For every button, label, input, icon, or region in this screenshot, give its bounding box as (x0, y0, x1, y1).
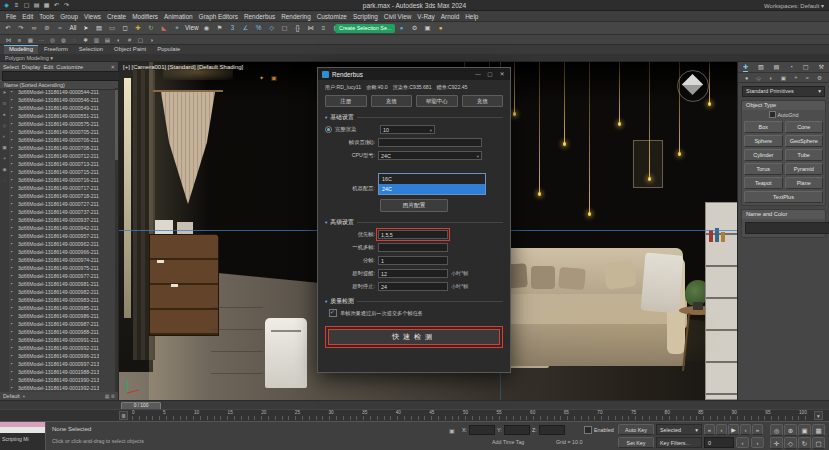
previous-key-button[interactable]: ‹ (736, 437, 749, 448)
explorer-scrollbar-thumb[interactable] (115, 90, 118, 160)
material-editor-icon[interactable]: ● (396, 23, 408, 33)
next-frame-button[interactable]: › (740, 424, 751, 435)
array-tool-icon[interactable]: ▦ (26, 36, 35, 44)
menu-item[interactable]: Animation (161, 11, 195, 22)
menu-item[interactable]: V-Ray (414, 11, 437, 22)
environment-icon[interactable]: ◑ (147, 36, 156, 44)
menu-item[interactable]: File (3, 11, 19, 22)
scene-object-row[interactable]: ▪ 3d66Model-13186149-0000996-213 (9, 352, 118, 360)
ribbon-tab[interactable]: Modeling (4, 45, 38, 54)
scene-object-row[interactable]: ▪ 3d66Model-13186149-0000966-211 (9, 248, 118, 256)
cameras-category-icon[interactable]: ▣ (781, 75, 786, 81)
menu-item[interactable]: Graph Editors (196, 11, 241, 22)
scene-object-row[interactable]: ▪ 3d66Model-13186149-0000727-211 (9, 200, 118, 208)
undo-quick-icon[interactable]: ↶ (52, 1, 61, 10)
save-file-icon[interactable]: ▦ (42, 1, 51, 10)
render-mode-radio[interactable] (325, 126, 332, 133)
scene-object-row[interactable]: ▪ 3d66Model-13186149-0000712-211 (9, 152, 118, 160)
align-icon[interactable]: ≡ (318, 23, 330, 33)
scene-object-row[interactable]: ▪ 3d66Model-13186149-0000708-211 (9, 144, 118, 152)
primitive-button[interactable]: Sphere (744, 135, 783, 147)
zoom-all-icon[interactable]: ⊕ (784, 424, 797, 436)
scene-object-row[interactable]: ▪ 3d66Model-13186149-0000962-211 (9, 240, 118, 248)
autogrid-checkbox[interactable] (769, 111, 776, 118)
scene-object-row[interactable]: ▪ 3d66Model-13186149-0000737-211 (9, 208, 118, 216)
explorer-cameras-filter-icon[interactable]: ▣ (2, 145, 7, 151)
previous-frame-button[interactable]: ‹ (716, 424, 727, 435)
primitive-category-dropdown[interactable]: Standard Primitives ▾ (742, 86, 825, 97)
lights-category-icon[interactable]: ◐ (769, 75, 772, 81)
explorer-menu-item[interactable]: Customize (56, 64, 83, 70)
dialog-maximize-button[interactable]: ▢ (486, 68, 494, 80)
select-and-move-icon[interactable]: ✚ (132, 23, 144, 33)
select-and-link-icon[interactable]: ∞ (28, 23, 40, 33)
render-production-icon[interactable]: ● (435, 23, 447, 33)
time-slider[interactable]: 0 / 100 (0, 400, 829, 409)
scene-object-row[interactable]: ▪ 3d66Model-13186149-0000551-211 (9, 112, 118, 120)
spacing-tool-icon[interactable]: ⋯ (37, 36, 46, 44)
new-scene-icon[interactable]: ▢ (22, 1, 31, 10)
ribbon-tab[interactable]: Freeform (39, 45, 73, 54)
named-selection-sets-dropdown[interactable]: {} (292, 23, 304, 33)
frame-settings-input[interactable] (378, 138, 482, 147)
create-tab-icon[interactable]: ✚ (743, 62, 748, 72)
workspaces-selector[interactable]: Workspaces: Default ▾ (764, 2, 829, 9)
scene-object-row[interactable]: ▪ 3d66Model-13186149-0001990-213 (9, 376, 118, 384)
track-bar[interactable]: ≣ 05101520253035404550556065707580859095… (0, 409, 829, 421)
image-config-button[interactable]: 图片配置 (380, 199, 448, 212)
selection-filter-dropdown[interactable]: All (67, 23, 79, 33)
z-coordinate-field[interactable] (539, 425, 565, 435)
object-name-input[interactable] (745, 222, 829, 234)
bind-to-space-warp-icon[interactable]: ≈ (54, 23, 66, 33)
zoom-extents-icon[interactable]: ▣ (798, 424, 811, 436)
utilities-tab-icon[interactable]: ⚒ (818, 62, 824, 72)
scene-object-row[interactable]: ▪ 3d66Model-13186149-0000705-211 (9, 128, 118, 136)
scene-object-row[interactable]: ▪ 3d66Model-13186149-0001992-213 (9, 384, 118, 392)
viewport-tool-icon-1[interactable]: ✦ (259, 74, 264, 81)
maximize-viewport-icon[interactable]: ▢ (812, 437, 825, 449)
mirror-icon[interactable]: ⋈ (305, 23, 317, 33)
primitive-button[interactable]: Teapot (744, 177, 783, 189)
scene-object-row[interactable]: ▪ 3d66Model-13186149-0000974-211 (9, 256, 118, 264)
render-setup-icon[interactable]: ⚙ (409, 23, 421, 33)
cpu-option[interactable]: 16C (379, 174, 485, 184)
shapes-category-icon[interactable]: ◇ (757, 75, 761, 81)
light-lister-icon[interactable]: ◐ (114, 36, 123, 44)
explorer-close-icon[interactable]: ✕ (110, 64, 118, 70)
account-button[interactable]: 充值 (462, 95, 504, 107)
explorer-show-all-icon[interactable]: ⊙ (2, 101, 6, 107)
primitive-button[interactable]: Box (744, 121, 783, 133)
mini-curve-editor-button[interactable]: ≣ (119, 411, 128, 420)
scene-object-row[interactable]: ▪ 3d66Model-13186149-0000987-211 (9, 320, 118, 328)
edit-named-selection-sets-icon[interactable]: ▢ (279, 23, 291, 33)
quality-checkbox[interactable] (329, 309, 337, 317)
renderbus-dialog-titlebar[interactable]: Renderbus —▢✕ (318, 68, 510, 80)
scene-object-row[interactable]: ▪ 3d66Model-13186149-0000991-211 (9, 336, 118, 344)
quality-check-header[interactable]: ▾ 质量检测 (325, 298, 503, 305)
x-coordinate-field[interactable] (469, 425, 495, 435)
undo-icon[interactable]: ↶ (2, 23, 14, 33)
quick-test-button[interactable]: 快速检测 (328, 329, 500, 345)
explorer-pick-icon[interactable]: ➤ (2, 90, 6, 96)
menu-item[interactable]: Views (81, 11, 104, 22)
scripting-pane[interactable] (0, 427, 45, 433)
select-by-name-icon[interactable]: ▤ (93, 23, 105, 33)
scene-object-row[interactable]: ▪ 3d66Model-13186149-0000546-211 (9, 96, 118, 104)
field-input[interactable]: 1,5,5 (378, 230, 448, 239)
primitive-button[interactable]: Plane (785, 177, 824, 189)
menu-item[interactable]: Group (57, 11, 81, 22)
select-and-rotate-icon[interactable]: ↻ (145, 23, 157, 33)
menu-item[interactable]: Tools (36, 11, 57, 22)
select-and-scale-icon[interactable]: ◣ (158, 23, 170, 33)
align-tool-icon[interactable]: ≡ (15, 36, 24, 44)
cpu-model-select[interactable]: 24C ▾ (378, 151, 482, 160)
ribbon-strip-polygon-modeling[interactable]: Polygon Modeling ▾ (0, 54, 829, 62)
scene-object-row[interactable]: ▪ 3d66Model-13186149-0000717-211 (9, 184, 118, 192)
viewport-config-icon[interactable]: ▢ (136, 36, 145, 44)
ribbon-tab[interactable]: Populate (152, 45, 185, 54)
go-to-start-button[interactable]: « (704, 424, 715, 435)
helpers-category-icon[interactable]: ⌖ (794, 74, 797, 81)
manage-layers-icon[interactable]: ▥ (92, 36, 101, 44)
viewport-tool-icon-2[interactable]: ▣ (271, 74, 277, 81)
select-and-place-icon[interactable]: ⌖ (171, 23, 183, 33)
